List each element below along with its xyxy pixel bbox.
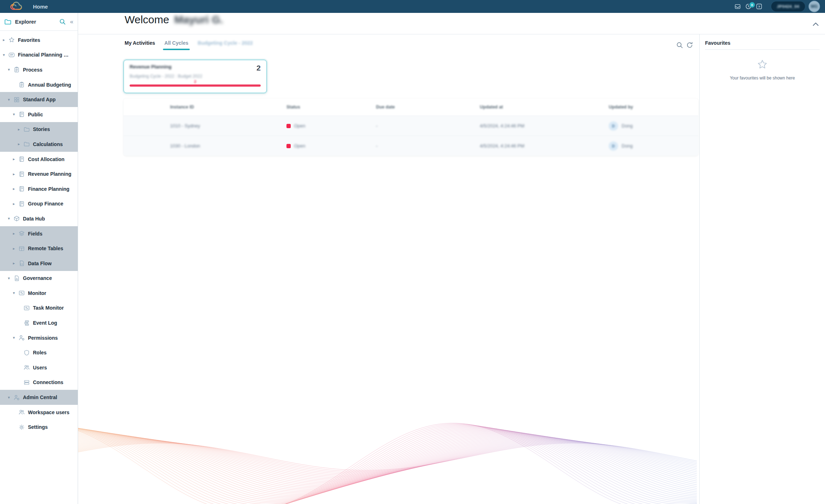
sidebar-item-annual-budgeting[interactable]: Annual Budgeting [0,77,78,92]
sidebar-item-calculations[interactable]: ▸Calculations [0,137,78,152]
workspace-badge[interactable]: JP0424_04 [771,1,805,11]
table-row[interactable]: 1010 - Sydney Open - 4/5/2024, 4:24:46 P… [124,116,698,136]
sidebar-item-connections[interactable]: Connections [0,375,78,390]
sidebar-item-group-finance[interactable]: ▸Group Finance [0,197,78,212]
cell-updated-at: 4/5/2024, 4:24:46 PM [480,123,609,129]
server-icon [24,379,30,386]
avatar: D [609,141,618,151]
user-avatar[interactable]: MG [809,1,820,12]
sidebar-item-label: Financial Planning & Anal... [18,52,72,58]
chevron-right-icon[interactable]: ▸ [13,261,19,266]
inbox-icon[interactable] [734,3,741,10]
clipboard-icon [19,82,25,88]
chevron-right-icon[interactable]: ▸ [13,172,19,176]
cell-status: Open [286,123,376,129]
card-progress-label: 2 [130,80,261,84]
workspace-badge-label: JP0424_04 [777,4,799,9]
sidebar-item-label: Monitor [28,290,46,296]
chevron-down-icon[interactable]: ▾ [13,335,19,340]
refresh-icon[interactable] [686,42,693,49]
search-icon[interactable] [59,18,66,25]
search-icon[interactable] [676,42,683,49]
chevron-right-icon[interactable]: ▸ [18,127,24,132]
sidebar-item-label: Process [23,67,42,73]
cell-updated-by: D Dong [609,141,698,151]
book-icon [19,171,25,177]
sidebar-item-process[interactable]: ▾Process [0,62,78,77]
notifications-clock-icon[interactable]: 0 [745,3,752,10]
status-label: Open [294,123,305,129]
chevron-down-icon[interactable]: ▾ [8,97,14,102]
favourites-panel: Favourites Your favourites will be shown… [699,34,825,504]
sidebar-item-task-monitor[interactable]: Task Monitor [0,301,78,316]
chevron-right-icon[interactable]: ▸ [13,231,19,236]
sidebar-item-settings[interactable]: Settings [0,420,78,435]
sidebar-item-permissions[interactable]: ▾Permissions [0,330,78,345]
chevron-right-icon[interactable]: ▸ [13,186,19,191]
sidebar-item-workspace-users[interactable]: Workspace users [0,405,78,420]
chevron-right-icon[interactable]: ▸ [13,246,19,251]
collapse-sidebar-icon[interactable]: « [70,19,73,25]
book-icon [19,186,25,192]
sidebar-item-standard-app[interactable]: ▾Standard App [0,92,78,107]
col-instance-id: Instance ID [170,105,286,110]
chevron-down-icon[interactable]: ▾ [8,276,14,281]
sidebar-item-label: Favorites [18,37,40,43]
sidebar-item-finance-planning[interactable]: ▸Finance Planning [0,181,78,197]
tab-all-cycles[interactable]: All Cycles [164,40,188,50]
layers-icon [19,231,25,237]
chevron-down-icon[interactable]: ▾ [8,216,14,221]
chevron-down-icon[interactable]: ▾ [8,67,14,72]
sidebar-item-label: Task Monitor [33,305,64,311]
chevron-right-icon[interactable]: ▸ [3,38,9,42]
col-due-date: Due date [376,105,480,110]
sidebar-item-admin-central[interactable]: ▾Admin Central [0,390,78,405]
sidebar-item-fields[interactable]: ▸Fields [0,226,78,241]
sidebar-item-label: Calculations [33,141,63,147]
sidebar-item-label: Connections [33,379,63,385]
chevron-down-icon[interactable]: ▾ [13,291,19,295]
welcome-header: Welcome Mayuri G. [125,14,223,26]
cell-status: Open [286,143,376,149]
table-header-row: Instance ID Status Due date Updated at U… [124,98,698,116]
activity-card-revenue-planning[interactable]: Revenue Planning 2 Budgeting Cycle - 202… [124,60,267,93]
notifications-badge: 0 [749,2,755,8]
chevron-down-icon[interactable]: ▾ [8,395,14,400]
sidebar-item-label: Remote Tables [28,246,63,251]
sidebar-item-users[interactable]: Users [0,360,78,375]
main-content: My Activities All Cycles Budgeting Cycle… [78,34,699,504]
sidebar-item-data-flow[interactable]: ▸Data Flow [0,256,78,271]
topbar: Home 0 ? JP0424_04 [0,0,825,13]
sidebar-item-roles[interactable]: Roles [0,345,78,360]
chevron-down-icon[interactable]: ▾ [13,112,19,117]
app-logo-icon[interactable] [9,1,23,12]
sidebar-item-event-log[interactable]: Event Log [0,315,78,330]
sidebar-item-public[interactable]: ▾Public [0,107,78,122]
chevron-down-icon[interactable]: ▾ [3,53,9,57]
table-row[interactable]: 1030 - London Open - 4/5/2024, 4:24:46 P… [124,136,698,156]
user-name: Mayuri G. [174,14,223,26]
help-icon[interactable]: ? [756,3,763,10]
decorative-waves [78,400,699,504]
collapse-header-icon[interactable] [811,20,820,29]
sidebar-item-remote-tables[interactable]: ▸Remote Tables [0,241,78,256]
sidebar-item-favorites[interactable]: ▸Favorites [0,33,78,48]
sidebar-item-governance[interactable]: ▾Governance [0,271,78,286]
chevron-right-icon[interactable]: ▸ [13,202,19,206]
sidebar-item-label: Data Hub [23,216,45,222]
sidebar-item-label: Governance [23,275,52,281]
sidebar-item-cost-allocation[interactable]: ▸Cost Allocation [0,152,78,167]
sidebar-item-stories[interactable]: ▸Stories [0,122,78,137]
sidebar-item-monitor[interactable]: ▾Monitor [0,286,78,301]
tab-budgeting-cycle-2022[interactable]: Budgeting Cycle - 2022 [198,40,253,50]
tab-my-activities[interactable]: My Activities [125,40,155,50]
sidebar-item-financial-planning-anal[interactable]: ▾FPFinancial Planning & Anal... [0,48,78,63]
sidebar-item-revenue-planning[interactable]: ▸Revenue Planning [0,166,78,181]
chevron-right-icon[interactable]: ▸ [18,142,24,146]
card-progress-bar [130,84,261,87]
sidebar-item-data-hub[interactable]: ▾Data Hub [0,211,78,226]
status-open-indicator [286,144,291,148]
chevron-right-icon[interactable]: ▸ [13,157,19,161]
topbar-home-tab[interactable]: Home [33,4,48,10]
sidebar-item-label: Standard App [23,97,56,102]
